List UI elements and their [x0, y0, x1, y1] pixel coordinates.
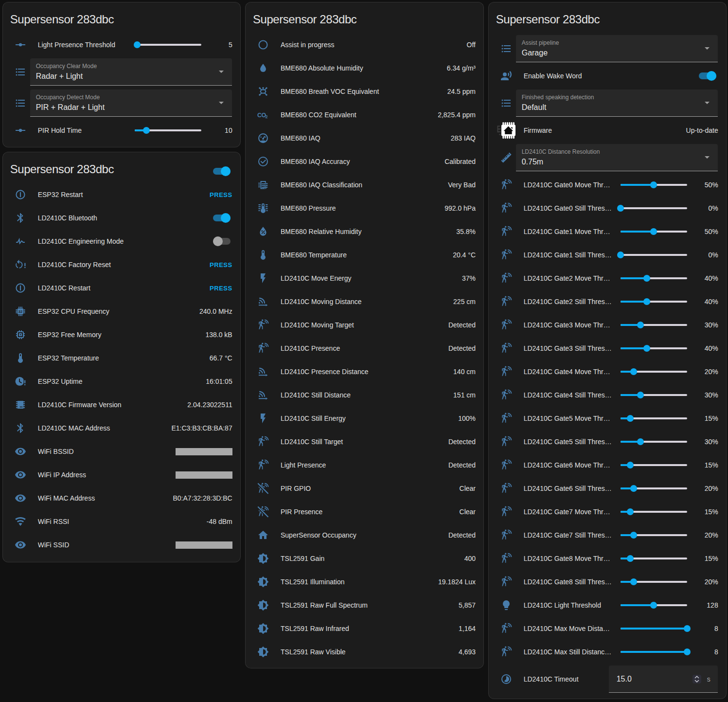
svg-text:2: 2: [266, 114, 268, 119]
svg-text:32: 32: [18, 309, 22, 314]
